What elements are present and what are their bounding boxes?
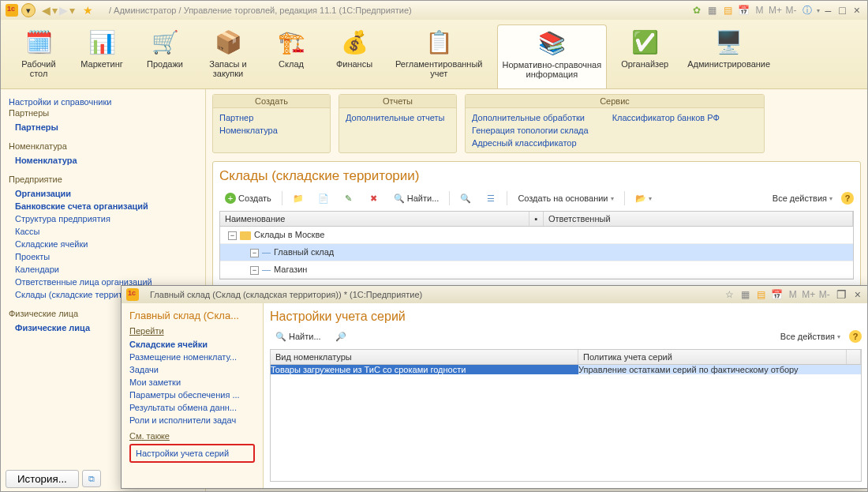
ch-star-icon[interactable]: ☆ [724, 288, 736, 301]
create-button[interactable]: +Создать [219, 190, 277, 206]
nav-back-icon[interactable]: ◀ [42, 4, 51, 17]
tree-expander[interactable]: − [250, 266, 259, 275]
section-tab-2[interactable]: 🛒Продажи [138, 24, 192, 88]
cmd-group-create: Создать Партнер Номенклатура [212, 94, 331, 153]
tb-info-menu[interactable]: ▾ [817, 7, 820, 14]
child-nav-item-3[interactable]: Мои заметки [129, 376, 255, 389]
leftnav-item-2-5[interactable]: Проекты [9, 250, 197, 263]
series-col-type[interactable]: Вид номенклатуры [271, 350, 578, 364]
ch-grid-icon[interactable]: ▦ [739, 288, 752, 301]
section-tab-6[interactable]: 📋Регламентированныйучет [391, 24, 488, 88]
leftnav-item-2-6[interactable]: Календари [9, 263, 197, 276]
tb-grid-icon[interactable]: ▦ [706, 4, 719, 17]
child-restore-button[interactable]: ❐ [834, 288, 849, 301]
create-folder-button[interactable]: 📁 [287, 190, 309, 206]
history-button[interactable]: История... [6, 470, 79, 488]
clear-find-button[interactable]: 🔍 [455, 190, 477, 206]
content-title: Склады (складские территории) [219, 168, 854, 184]
grid-row[interactable]: −—Магазин [220, 261, 853, 279]
minimize-button[interactable]: – [823, 4, 834, 17]
tb-mplus-button[interactable]: M+ [769, 4, 782, 17]
leftnav-item-2-3[interactable]: Кассы [9, 225, 197, 238]
child-nav-item-5[interactable]: Результаты обмена данн... [129, 401, 255, 414]
child-nav-header: Главный склад (Скла... [129, 310, 255, 321]
app-menu-button[interactable]: ▾ [21, 3, 36, 17]
nav-forward-menu[interactable]: ▾ [69, 4, 75, 17]
child-nav-item-0[interactable]: Складские ячейки [129, 338, 255, 351]
series-grid[interactable]: Вид номенклатуры Политика учета серий То… [270, 349, 862, 482]
cmd-create-partner[interactable]: Партнер [219, 111, 324, 124]
tree-expander[interactable]: − [250, 249, 259, 257]
leftnav-item-2-4[interactable]: Складские ячейки [9, 238, 197, 250]
section-tab-8[interactable]: ✅Органайзер [616, 24, 673, 88]
cmd-srv-bank[interactable]: Классификатор банков РФ [612, 111, 720, 124]
create-based-button[interactable]: Создать на основании▾ [512, 191, 619, 205]
section-tab-0[interactable]: 🗓️Рабочийстол [12, 24, 65, 88]
tb-calc-icon[interactable]: ▤ [722, 4, 735, 17]
section-tab-3[interactable]: 📦Запасы изакупки [201, 24, 255, 88]
section-tab-4[interactable]: 🏗️Склад [264, 24, 318, 88]
ch-calc-icon[interactable]: ▤ [755, 288, 768, 301]
tb-info-icon[interactable]: ⓘ [801, 4, 814, 17]
leftnav-item-0-0[interactable]: Партнеры [9, 121, 197, 133]
tb-mminus-button[interactable]: M- [785, 4, 798, 17]
grid-row[interactable]: −—Главный склад [220, 244, 853, 261]
child-nav-series-settings[interactable]: Настройки учета серий [136, 449, 249, 458]
grid-row[interactable]: −Склады в Москве [220, 227, 853, 244]
child-nav-item-2[interactable]: Задачи [129, 363, 255, 376]
cmd-srv-0[interactable]: Дополнительные обработки [472, 111, 589, 124]
child-clear-find-button[interactable]: 🔎 [330, 329, 352, 344]
section-tab-5[interactable]: 💰Финансы [327, 24, 381, 88]
col-sort[interactable]: ▪ [529, 212, 544, 226]
edit-button[interactable]: ✎ [338, 190, 360, 206]
section-tab-9[interactable]: 🖥️Администрирование [683, 24, 775, 88]
section-label: Регламентированныйучет [395, 59, 483, 78]
child-help-button[interactable]: ? [849, 330, 862, 343]
leftnav-item-1-0[interactable]: Номенклатура [9, 154, 197, 167]
section-tab-7[interactable]: 📚Нормативно-справочнаяинформация [497, 24, 608, 88]
col-name[interactable]: Наименование [220, 212, 529, 226]
nav-forward-icon[interactable]: ▶ [59, 4, 68, 17]
child-nav-item-6[interactable]: Роли и исполнители задач [129, 414, 255, 426]
ch-mplus-button[interactable]: M+ [803, 288, 815, 301]
tree-expander[interactable]: − [228, 231, 237, 240]
cmd-srv-2[interactable]: Адресный классификатор [472, 137, 589, 149]
leftnav-item-2-2[interactable]: Структура предприятия [9, 212, 197, 225]
leftnav-top-link[interactable]: Настройки и справочники [9, 96, 197, 108]
child-all-actions-button[interactable]: Все действия▾ [775, 329, 846, 344]
cmd-srv-1[interactable]: Генерация топологии склада [472, 124, 589, 137]
find-button[interactable]: 🔍Найти... [388, 190, 445, 206]
series-col-policy[interactable]: Политика учета серий [578, 350, 847, 364]
ch-mminus-button[interactable]: M- [818, 288, 831, 301]
child-nav-item-1[interactable]: Размещение номенклату... [129, 351, 255, 363]
copy-button[interactable]: 📄 [312, 190, 335, 206]
close-button[interactable]: × [851, 4, 862, 17]
tb-star-icon[interactable]: ✿ [690, 4, 703, 17]
child-nav-item-4[interactable]: Параметры обеспечения ... [129, 389, 255, 401]
list-mode-button[interactable]: ☰ [480, 190, 502, 206]
series-row[interactable]: Товары загруженые из ТиС со сроками годн… [271, 365, 861, 374]
col-responsible[interactable]: Ответственный [544, 212, 853, 226]
child-close-button[interactable]: × [852, 288, 863, 301]
cmd-extra-reports[interactable]: Дополнительные отчеты [346, 111, 450, 124]
all-actions-button[interactable]: Все действия▾ [767, 191, 838, 205]
child-find-button[interactable]: 🔍Найти... [270, 329, 327, 344]
leftnav-item-2-0[interactable]: Организации [9, 187, 197, 200]
child-nav-highlight[interactable]: Настройки учета серий [129, 444, 255, 463]
warehouses-grid[interactable]: Наименование ▪ Ответственный −Склады в М… [219, 211, 854, 280]
attach-button[interactable]: 📂▾ [630, 190, 657, 206]
section-icon: 📦 [212, 26, 244, 58]
ch-m-button[interactable]: M [787, 288, 799, 301]
ch-calendar-icon[interactable]: 📅 [771, 288, 784, 301]
section-tab-1[interactable]: 📊Маркетинг [75, 24, 129, 88]
windows-button[interactable]: ⧉ [82, 470, 101, 487]
tb-calendar-icon[interactable]: 📅 [738, 4, 750, 17]
nav-back-menu[interactable]: ▾ [52, 4, 58, 17]
maximize-button[interactable]: □ [836, 4, 847, 17]
delete-button[interactable]: ✖ [363, 190, 385, 206]
tb-m-button[interactable]: M [754, 4, 766, 17]
help-button[interactable]: ? [841, 192, 854, 205]
leftnav-item-2-1[interactable]: Банковские счета организаций [9, 200, 197, 212]
cmd-create-nomenclature[interactable]: Номенклатура [219, 124, 324, 137]
favorites-icon[interactable]: ★ [83, 4, 93, 17]
